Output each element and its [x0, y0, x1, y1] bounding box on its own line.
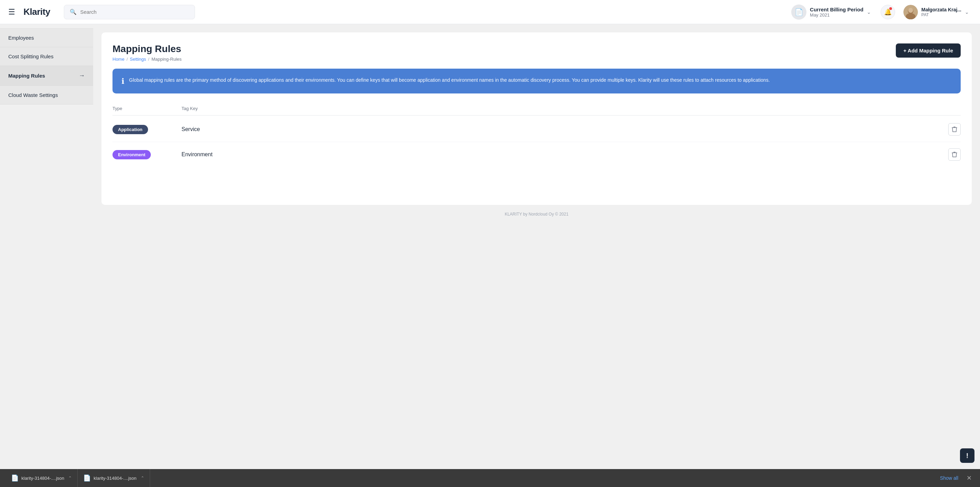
type-badge-application: Application — [113, 125, 148, 134]
search-icon: 🔍 — [70, 9, 76, 15]
info-banner: ℹ Global mapping rules are the primary m… — [113, 69, 961, 94]
billing-icon: 📄 — [791, 5, 807, 20]
sidebar-item-label: Cost Splitting Rules — [8, 54, 54, 59]
column-type: Type — [113, 106, 181, 111]
sidebar-item-label: Mapping Rules — [8, 73, 45, 79]
column-tag-key: Tag Key — [181, 106, 943, 111]
sidebar-item-cost-splitting-rules[interactable]: Cost Splitting Rules — [0, 47, 93, 66]
download-file-icon: 📄 — [11, 474, 19, 482]
main-layout: Employees Cost Splitting Rules Mapping R… — [0, 24, 980, 469]
search-input[interactable] — [80, 9, 189, 15]
content-area: Mapping Rules Home / Settings / Mapping-… — [93, 24, 980, 469]
table-row: Environment Environment — [113, 142, 961, 167]
profile-name: Małgorzata Kraj... — [921, 7, 961, 13]
sidebar-item-mapping-rules[interactable]: Mapping Rules → — [0, 66, 93, 86]
profile-role: PAT — [921, 13, 961, 17]
table-row: Application Service — [113, 117, 961, 142]
sidebar-item-label: Employees — [8, 35, 34, 41]
arrow-icon: → — [79, 72, 85, 79]
content-card: Mapping Rules Home / Settings / Mapping-… — [102, 32, 972, 205]
footer-text: KLARITY by Nordcloud Oy © 2021 — [505, 212, 569, 217]
breadcrumb-separator: / — [127, 57, 128, 62]
app-logo: Klarity — [24, 6, 50, 17]
page-header: Mapping Rules Home / Settings / Mapping-… — [113, 43, 961, 62]
breadcrumb-current: Mapping-Rules — [151, 57, 181, 62]
chat-widget-button[interactable]: ! — [960, 448, 974, 463]
footer: KLARITY by Nordcloud Oy © 2021 — [102, 205, 972, 224]
tag-key-value-2: Environment — [181, 151, 943, 158]
delete-row-1-button[interactable] — [948, 123, 961, 136]
breadcrumb-home[interactable]: Home — [113, 57, 124, 62]
sidebar-item-cloud-waste-settings[interactable]: Cloud Waste Settings — [0, 86, 93, 105]
download-file-icon-2: 📄 — [83, 474, 91, 482]
download-chevron-icon: ⌃ — [68, 476, 72, 481]
breadcrumb: Home / Settings / Mapping-Rules — [113, 57, 181, 62]
avatar — [904, 5, 918, 19]
sidebar-item-label: Cloud Waste Settings — [8, 92, 58, 98]
page-title: Mapping Rules — [113, 43, 181, 54]
sidebar-item-employees[interactable]: Employees — [0, 28, 93, 47]
download-filename-1: klarity-314804-....json — [21, 476, 64, 481]
billing-subtitle: May 2021 — [810, 13, 863, 17]
profile-menu[interactable]: Małgorzata Kraj... PAT ⌄ — [900, 3, 972, 21]
type-badge-environment: Environment — [113, 150, 151, 159]
notification-badge — [889, 7, 892, 10]
sidebar: Employees Cost Splitting Rules Mapping R… — [0, 24, 93, 469]
notification-bell[interactable]: 🔔 — [881, 5, 895, 19]
download-filename-2: klarity-314804-....json — [94, 476, 136, 481]
breadcrumb-separator-2: / — [148, 57, 150, 62]
svg-point-3 — [908, 8, 913, 13]
breadcrumb-settings[interactable]: Settings — [130, 57, 146, 62]
billing-chevron-icon: ⌄ — [867, 9, 871, 15]
billing-title: Current Billing Period — [810, 6, 863, 13]
info-text: Global mapping rules are the primary met… — [129, 76, 770, 84]
downloads-bar: 📄 klarity-314804-....json ⌃ 📄 klarity-31… — [0, 469, 980, 487]
chat-icon: ! — [966, 452, 969, 460]
tag-key-value: Service — [181, 126, 943, 132]
download-item-2[interactable]: 📄 klarity-314804-....json ⌃ — [78, 469, 150, 487]
billing-period-selector[interactable]: 📄 Current Billing Period May 2021 ⌄ — [787, 2, 875, 22]
show-all-button[interactable]: Show all — [934, 475, 964, 481]
search-bar: 🔍 — [64, 5, 195, 19]
download-chevron-icon-2: ⌃ — [141, 476, 144, 481]
profile-chevron-icon: ⌄ — [965, 9, 969, 15]
close-downloads-button[interactable]: ✕ — [964, 474, 974, 482]
info-icon: ℹ — [121, 77, 124, 86]
table-header: Type Tag Key — [113, 103, 961, 116]
add-mapping-rule-button[interactable]: + Add Mapping Rule — [896, 43, 961, 58]
download-item-1[interactable]: 📄 klarity-314804-....json ⌃ — [6, 469, 78, 487]
delete-row-2-button[interactable] — [948, 148, 961, 161]
column-actions — [943, 106, 961, 111]
top-navigation: ☰ Klarity 🔍 📄 Current Billing Period May… — [0, 0, 980, 24]
hamburger-menu[interactable]: ☰ — [8, 8, 15, 17]
